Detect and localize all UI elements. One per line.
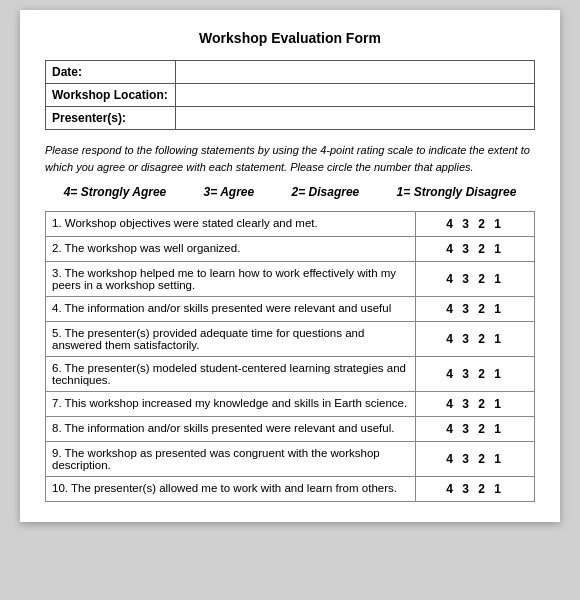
item-rating[interactable]: 4 3 2 1 bbox=[416, 237, 535, 262]
rating-row: 9. The workshop as presented was congrue… bbox=[46, 442, 535, 477]
item-rating[interactable]: 4 3 2 1 bbox=[416, 322, 535, 357]
item-text: 7. This workshop increased my knowledge … bbox=[46, 392, 416, 417]
info-row-presenter: Presenter(s): bbox=[46, 107, 535, 130]
info-label-date: Date: bbox=[46, 61, 176, 84]
item-rating[interactable]: 4 3 2 1 bbox=[416, 417, 535, 442]
scale-2: 2= Disagree bbox=[292, 185, 360, 199]
item-text: 8. The information and/or skills present… bbox=[46, 417, 416, 442]
item-text: 4. The information and/or skills present… bbox=[46, 297, 416, 322]
item-text: 6. The presenter(s) modeled student-cent… bbox=[46, 357, 416, 392]
info-row-location: Workshop Location: bbox=[46, 84, 535, 107]
rating-row: 2. The workshop was well organized.4 3 2… bbox=[46, 237, 535, 262]
item-rating[interactable]: 4 3 2 1 bbox=[416, 392, 535, 417]
item-text: 1. Workshop objectives were stated clear… bbox=[46, 212, 416, 237]
scale-row: 4= Strongly Agree 3= Agree 2= Disagree 1… bbox=[45, 185, 535, 199]
scale-1: 1= Strongly Disagree bbox=[397, 185, 517, 199]
scale-3: 3= Agree bbox=[204, 185, 255, 199]
instructions-text: Please respond to the following statemen… bbox=[45, 142, 535, 175]
item-text: 9. The workshop as presented was congrue… bbox=[46, 442, 416, 477]
item-rating[interactable]: 4 3 2 1 bbox=[416, 357, 535, 392]
item-text: 3. The workshop helped me to learn how t… bbox=[46, 262, 416, 297]
rating-row: 8. The information and/or skills present… bbox=[46, 417, 535, 442]
rating-row: 7. This workshop increased my knowledge … bbox=[46, 392, 535, 417]
evaluation-form: Workshop Evaluation Form Date: Workshop … bbox=[20, 10, 560, 522]
item-rating[interactable]: 4 3 2 1 bbox=[416, 477, 535, 502]
item-rating[interactable]: 4 3 2 1 bbox=[416, 212, 535, 237]
info-value-date[interactable] bbox=[176, 61, 535, 84]
rating-table: 1. Workshop objectives were stated clear… bbox=[45, 211, 535, 502]
form-title: Workshop Evaluation Form bbox=[45, 30, 535, 46]
info-row-date: Date: bbox=[46, 61, 535, 84]
item-text: 10. The presenter(s) allowed me to work … bbox=[46, 477, 416, 502]
item-text: 5. The presenter(s) provided adequate ti… bbox=[46, 322, 416, 357]
info-value-presenter[interactable] bbox=[176, 107, 535, 130]
rating-row: 6. The presenter(s) modeled student-cent… bbox=[46, 357, 535, 392]
rating-row: 1. Workshop objectives were stated clear… bbox=[46, 212, 535, 237]
item-rating[interactable]: 4 3 2 1 bbox=[416, 297, 535, 322]
item-rating[interactable]: 4 3 2 1 bbox=[416, 442, 535, 477]
info-label-presenter: Presenter(s): bbox=[46, 107, 176, 130]
item-rating[interactable]: 4 3 2 1 bbox=[416, 262, 535, 297]
rating-row: 4. The information and/or skills present… bbox=[46, 297, 535, 322]
item-text: 2. The workshop was well organized. bbox=[46, 237, 416, 262]
info-value-location[interactable] bbox=[176, 84, 535, 107]
info-label-location: Workshop Location: bbox=[46, 84, 176, 107]
rating-row: 10. The presenter(s) allowed me to work … bbox=[46, 477, 535, 502]
info-table: Date: Workshop Location: Presenter(s): bbox=[45, 60, 535, 130]
scale-4: 4= Strongly Agree bbox=[64, 185, 167, 199]
rating-row: 3. The workshop helped me to learn how t… bbox=[46, 262, 535, 297]
rating-row: 5. The presenter(s) provided adequate ti… bbox=[46, 322, 535, 357]
